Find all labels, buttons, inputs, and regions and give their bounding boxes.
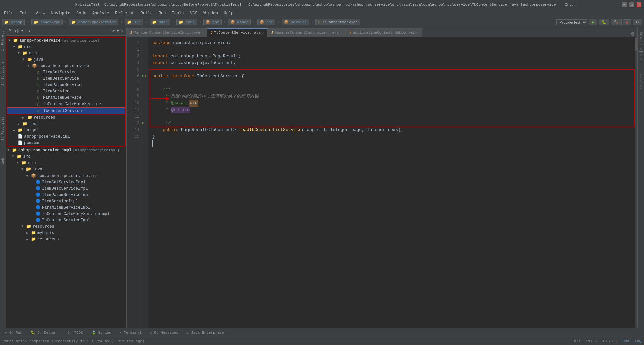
tree-item-resources[interactable]: ▶ 📁 resources <box>7 114 125 121</box>
bottom-tab-debug[interactable]: 🐛 5: Debug <box>27 330 58 335</box>
breadcrumb-ashop-rpc[interactable]: 📁 ashop-rpc <box>31 19 63 25</box>
sidebar-database[interactable]: Database <box>638 72 643 92</box>
event-log[interactable]: Event Log <box>622 339 641 343</box>
breadcrumb-src[interactable]: 📁 src <box>125 19 143 25</box>
breadcrumb-main[interactable]: 📁 main <box>150 19 170 25</box>
sidebar-tab-web[interactable]: Web <box>0 156 5 166</box>
tree-item-java2[interactable]: ▼ 📂 java <box>6 166 126 172</box>
bottom-tab-todo[interactable]: ✓ 6: TODO <box>60 330 86 335</box>
tab-close-ManagerContentServiceImpl[interactable]: ✕ <box>202 31 204 35</box>
breadcrumb-ashop2[interactable]: 📦 ashop <box>228 19 251 25</box>
tree-item-ItemParamService[interactable]: ◎ ItemParamService <box>7 82 125 88</box>
tab-ManagerContentServiceImpl[interactable]: J ManagerContentServiceImpl.java ✕ <box>127 28 207 37</box>
menu-tools[interactable]: Tools <box>169 10 187 16</box>
stop-button[interactable]: ■ <box>623 19 631 25</box>
menu-build[interactable]: Build <box>138 10 155 16</box>
right-sidebar: Maven Projects Database <box>637 27 644 328</box>
bottom-tab-java-enterprise[interactable]: ☕ Java Enterprise <box>183 330 227 335</box>
close-button[interactable]: ✕ <box>637 2 641 7</box>
tree-item-main2[interactable]: ▼ 📁 main <box>6 160 126 166</box>
tab-ManagerContentController[interactable]: J ManagerContentController.java ✕ <box>268 28 346 37</box>
code-line-1: package com.ashop.rpc.service; <box>152 40 635 46</box>
code-line-14: } <box>152 133 635 140</box>
tree-item-ItemCatService[interactable]: ◎ ItemCatService <box>7 69 125 75</box>
tree-item-ItemServiceImpl[interactable]: 🔵 ItemServiceImpl <box>6 198 126 204</box>
tab-close-TbContentService[interactable]: ✕ <box>262 31 264 35</box>
tree-item-ashop-rpc-service-impl[interactable]: ▼ 📁 ashop-rpc-service-impl [ashoprpcserv… <box>6 147 126 153</box>
tree-item-pom[interactable]: 📄 pom.xml <box>7 140 125 146</box>
tree-item-ashop-rpc-service[interactable]: ▼ 📁 ashop-rpc-service [ashoprpcservice] <box>7 37 125 44</box>
project-close-icon[interactable]: ✕ <box>121 29 124 34</box>
tree-item-target[interactable]: ▶ 📁 target <box>7 127 125 133</box>
run-config-select[interactable]: ProviderTest <box>556 19 587 25</box>
tree-item-resources2[interactable]: ▼ 📁 resources <box>6 223 126 230</box>
tree-item-src[interactable]: ▼ 📁 src <box>7 44 125 50</box>
maximize-button[interactable]: □ <box>629 2 634 7</box>
tree-item-ParamItemService[interactable]: ◎ ParamItemService <box>7 94 125 101</box>
tree-item-main[interactable]: ▼ 📁 main <box>7 50 125 56</box>
run-button[interactable]: ▶ <box>589 19 597 25</box>
code-content[interactable]: → package com.ashop.rpc.service; <box>148 37 637 328</box>
code-line-13: public PageResult<TbContent> loadTbConte… <box>152 127 635 133</box>
bottom-tab-spring[interactable]: 🍃 Spring <box>88 330 115 335</box>
sidebar-maven-projects[interactable]: Maven Projects <box>638 30 643 62</box>
bottom-tab-messages[interactable]: ✉ 0: Messages <box>146 330 182 335</box>
tab-close-applicationContext-dubbo[interactable]: ✕ <box>416 31 418 35</box>
breadcrumb-com[interactable]: 📦 com <box>203 19 221 25</box>
tree-item-ItemDescService[interactable]: ◎ ItemDescService <box>7 75 125 82</box>
bottom-tab-terminal[interactable]: ▪ Terminal <box>116 330 145 335</box>
tree-item-ParamItemServiceImpl[interactable]: 🔵 ParamItemServiceImpl <box>6 204 126 211</box>
bottom-tab-run[interactable]: ▶ 4: Run <box>1 330 26 335</box>
breadcrumb-rpc[interactable]: 📦 rpc <box>257 19 275 25</box>
tree-item-ItemDescServiceImpl[interactable]: 🔵 ItemDescServiceImpl <box>6 185 126 192</box>
menu-edit[interactable]: Edit <box>17 10 32 16</box>
project-settings-icon[interactable]: ⚙ <box>117 29 119 34</box>
sidebar-tab-project[interactable]: 1: Project <box>0 29 5 53</box>
tree-item-src2[interactable]: ▼ 📁 src <box>6 153 126 160</box>
settings-button[interactable]: ⚙ <box>633 19 642 25</box>
breadcrumb-service[interactable]: 📦 service <box>282 19 309 25</box>
menu-vcs[interactable]: VCS <box>187 10 200 16</box>
menu-analyze[interactable]: Analyze <box>90 10 112 16</box>
menu-help[interactable]: Help <box>221 10 236 16</box>
menu-window[interactable]: Window <box>201 10 220 16</box>
sidebar-tab-favorites[interactable]: 2: Favorites <box>0 115 5 143</box>
tree-item-ItemService[interactable]: ◎ ItemService <box>7 88 125 94</box>
tree-item-TbContentService[interactable]: ◎ TbContentService <box>7 107 125 114</box>
build-button[interactable]: 🔨 <box>611 19 622 25</box>
tree-item-resources3[interactable]: ▶ 📁 resources <box>6 236 126 243</box>
tree-item-package-impl[interactable]: ▼ 📦 com.ashop.rpc.service.impl <box>6 172 126 179</box>
tree-item-test[interactable]: ▶ 📁 test <box>7 121 125 127</box>
code-line-12b: */ <box>152 120 635 127</box>
tab-applicationContext-dubbo[interactable]: X applicationContext-dubbo.xml ✕ <box>346 28 422 37</box>
tree-item-TbContentServiceImpl[interactable]: 🔵 TbContentServiceImpl <box>6 217 126 223</box>
tree-item-TbContentCateGoryServiceImpl[interactable]: 🔵 TbContentCateGoryServiceImpl <box>6 211 126 217</box>
debug-button[interactable]: 🐛 <box>599 19 609 25</box>
tree-item-iml[interactable]: 📄 ashoprpcservice.iml <box>7 133 125 140</box>
menu-run[interactable]: Run <box>156 10 169 16</box>
file-encoding[interactable]: UTF-8 ▾ <box>602 339 617 343</box>
minimize-button[interactable]: ─ <box>622 2 627 7</box>
tree-item-ItemParamServiceImpl[interactable]: 🔵 ItemParamServiceImpl <box>6 192 126 198</box>
menu-code[interactable]: Code <box>74 10 89 16</box>
tab-close-ManagerContentController[interactable]: ✕ <box>340 31 342 35</box>
tab-TbContentService[interactable]: J TbContentService.java ✕ <box>207 28 268 37</box>
editor-scrollbar[interactable] <box>635 37 637 328</box>
breadcrumb-java[interactable]: 📁 java <box>176 19 197 25</box>
project-sync-icon[interactable]: ⟳ <box>112 29 115 34</box>
breadcrumb-tbcontentservice[interactable]: ◎ TbContentService <box>315 19 360 25</box>
breadcrumb-ashop[interactable]: 📁 ashop <box>2 19 25 25</box>
tree-item-ItemCatServiceImpl[interactable]: 🔵 ItemCatServiceImpl <box>6 179 126 185</box>
menu-navigate[interactable]: Navigate <box>48 10 73 16</box>
line-ending[interactable]: CRLF ▾ <box>585 339 598 343</box>
tree-item-mybatis[interactable]: ▶ 📁 mybatis <box>6 230 126 236</box>
menu-view[interactable]: View <box>33 10 48 16</box>
tree-item-TbContentCateGoryService[interactable]: ◎ TbContentCateGoryService <box>7 101 125 107</box>
menu-file[interactable]: File <box>1 10 16 16</box>
breadcrumb-ashop-rpc-service[interactable]: 📁 ashop-rpc-service <box>69 19 118 25</box>
tree-item-java[interactable]: ▼ 📂 java <box>7 56 125 63</box>
tree-item-package-service[interactable]: ▼ 📦 com.ashop.rpc.service <box>7 63 125 69</box>
menu-refactor[interactable]: Refactor <box>112 10 137 16</box>
editor-settings-btn[interactable]: ⚙ <box>628 31 637 37</box>
sidebar-tab-structure[interactable]: 2: Structure <box>0 60 5 88</box>
